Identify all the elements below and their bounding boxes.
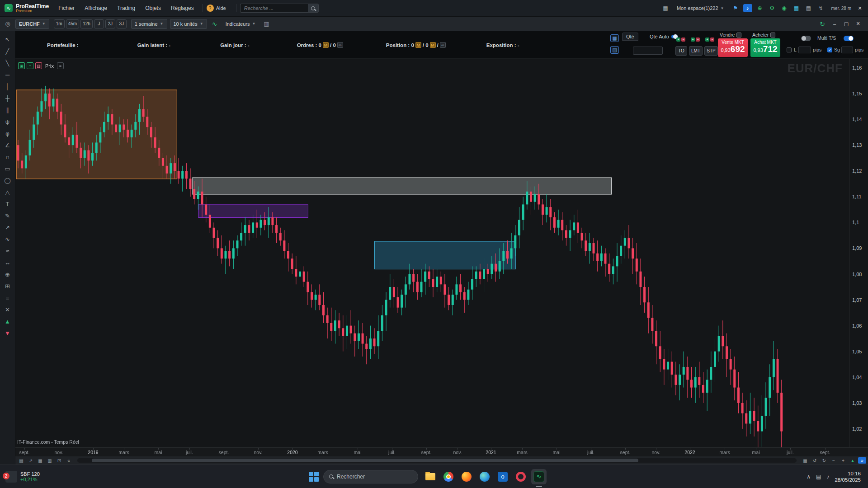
l-checkbox[interactable]	[787, 47, 792, 52]
chart-style-icon[interactable]: ∿	[210, 19, 220, 29]
timeframe-45m[interactable]: 45m	[66, 19, 79, 28]
signal-icon[interactable]: ↯	[816, 4, 826, 12]
wave-tool[interactable]: ≈	[2, 245, 14, 256]
scrollbar-thumb[interactable]	[92, 459, 638, 462]
eraser-tool[interactable]: ✕	[2, 304, 14, 315]
sell-settings-icon[interactable]	[736, 33, 741, 38]
quantity-input[interactable]	[633, 47, 663, 55]
price-axis[interactable]: 1,161,151,141,131,121,111,11,091,081,071…	[849, 59, 868, 447]
timeframe-J[interactable]: J	[94, 19, 104, 28]
menu-fichier[interactable]: Fichier	[53, 3, 80, 14]
arc-tool[interactable]: ∩	[2, 151, 14, 162]
gear-icon[interactable]: ⚙	[768, 4, 777, 12]
grid-tool[interactable]: ⊞	[2, 281, 14, 291]
fan-tool[interactable]: ∠	[2, 140, 14, 150]
candlestick-chart-canvas[interactable]	[15, 59, 849, 447]
speaker-icon[interactable]: ♪	[743, 4, 752, 12]
chart-settings-icon[interactable]: ▤	[17, 457, 25, 464]
taskbar-chrome-icon[interactable]	[441, 469, 456, 484]
flag-icon[interactable]: ⚑	[731, 4, 740, 12]
help-menu[interactable]: ? Aide	[207, 5, 226, 12]
keyboard-icon[interactable]: ▤	[804, 4, 813, 12]
search-icon[interactable]	[308, 4, 319, 13]
position-badge-icon[interactable]: M	[415, 42, 421, 48]
calendar-icon[interactable]: ▦	[801, 457, 809, 464]
rectangle-tool[interactable]: ▭	[2, 163, 14, 174]
add-panel-icon[interactable]: ▣	[18, 62, 25, 69]
buy-settings-icon[interactable]	[770, 33, 775, 38]
position-link-icon[interactable]: ∞	[440, 42, 446, 48]
fibonacci-tool[interactable]: φ	[2, 128, 14, 139]
units-selector[interactable]: 10 k unités ▼	[170, 19, 207, 29]
measure-tool[interactable]: ↔	[2, 257, 14, 268]
chart-scrollbar[interactable]	[77, 458, 797, 463]
zoom-out-icon[interactable]: −	[830, 457, 838, 464]
time-axis[interactable]: sept.nov.2019marsmaijuil.sept.nov.2020ma…	[15, 447, 868, 456]
cross-tool[interactable]: ┼	[2, 93, 14, 103]
scroll-left-icon[interactable]: «	[65, 457, 73, 464]
taskbar-prorealtime-icon[interactable]: ∿	[531, 469, 547, 484]
sg-checkbox[interactable]: ✓	[827, 47, 832, 52]
sell-marker-tool[interactable]: ▼	[2, 328, 14, 338]
indicators-selector[interactable]: Indicateurs ▼	[222, 19, 259, 29]
ellipse-tool[interactable]: ◯	[2, 175, 14, 186]
segment-tool[interactable]: ╲	[2, 57, 14, 68]
order-lmt-button[interactable]: LMT	[689, 46, 703, 56]
sg-input[interactable]	[841, 47, 853, 53]
channel-tool[interactable]: ∥	[2, 104, 14, 115]
add-indicator-icon[interactable]: ＋	[27, 62, 33, 69]
maximize-icon[interactable]: ▢	[842, 20, 851, 28]
panel-toggle[interactable]	[801, 36, 811, 41]
taskbar-explorer-icon[interactable]	[423, 469, 438, 484]
eco-icon[interactable]: ◉	[780, 4, 789, 12]
close-window-icon[interactable]: ✕	[854, 20, 863, 28]
taskbar-opera-icon[interactable]	[513, 469, 528, 484]
timeframe-3J[interactable]: 3J	[117, 19, 127, 28]
keyboard-shortcut-icon[interactable]: ▤	[610, 46, 619, 54]
buy-market-button[interactable]: Achat MKT 0,93712	[750, 38, 780, 57]
auto-scale-icon[interactable]: ▲	[849, 457, 857, 464]
timeframe-2J[interactable]: 2J	[105, 19, 115, 28]
taskbar-firefox-icon[interactable]	[459, 469, 474, 484]
l-input[interactable]	[798, 47, 811, 53]
timeframe-1m[interactable]: 1m	[54, 19, 65, 28]
orders-badge-icon[interactable]: M	[323, 42, 329, 48]
menu-affichage[interactable]: Affichage	[80, 3, 112, 14]
instrument-selector[interactable]: EURCHF ▼	[15, 19, 49, 29]
pitchfork-tool[interactable]: ψ	[2, 116, 14, 127]
tray-clock[interactable]: 10:16 28/05/2025	[835, 470, 861, 483]
zigzag-tool[interactable]: ∿	[2, 234, 14, 244]
close-icon[interactable]: ✕	[855, 4, 864, 12]
timeframe-12h[interactable]: 12h	[80, 19, 93, 28]
share-icon[interactable]: ↗	[27, 457, 35, 464]
zoom-in-icon[interactable]: +	[839, 457, 847, 464]
workspace-selector[interactable]: Mon espace(1)222 ▼	[674, 4, 727, 12]
scroll-right-icon[interactable]: »	[858, 457, 866, 464]
stats-tool[interactable]: ≡	[2, 292, 14, 303]
tray-volume-icon[interactable]: ♪	[826, 474, 829, 480]
menu-trading[interactable]: Trading	[112, 3, 140, 14]
windows-start-icon[interactable]	[309, 472, 319, 482]
vertical-line-tool[interactable]: │	[2, 81, 14, 92]
pencil-tool[interactable]: ✎	[2, 210, 14, 221]
cursor-tool[interactable]: ↖	[2, 34, 14, 45]
horizontal-line-tool[interactable]: ─	[2, 69, 14, 80]
panel-info-icon[interactable]: ▥	[261, 19, 271, 29]
trendline-tool[interactable]: ╱	[2, 46, 14, 56]
menu-réglages[interactable]: Réglages	[166, 3, 199, 14]
text-tool[interactable]: T	[2, 198, 14, 209]
multi-ts-toggle[interactable]	[844, 36, 854, 41]
magnet-tool[interactable]: ⊕	[2, 269, 14, 280]
snapshot-icon[interactable]: ⊡	[55, 457, 63, 464]
add-user-icon[interactable]: ⊕	[755, 4, 764, 12]
calculator-icon[interactable]: ▦	[610, 34, 619, 42]
buy-marker-tool[interactable]: ▲	[2, 316, 14, 327]
position-badge-icon-2[interactable]: M	[430, 42, 436, 48]
modules-icon[interactable]: ▦	[792, 4, 801, 12]
price-style-icon[interactable]: ▥	[35, 62, 42, 69]
order-stp-button[interactable]: STP	[704, 46, 718, 56]
panel-menu-icon[interactable]: ≡	[57, 62, 64, 69]
taskbar-search[interactable]: Rechercher	[323, 470, 418, 483]
period-selector[interactable]: 1 semaine ▼	[131, 19, 167, 29]
redo-icon[interactable]: ↻	[820, 457, 828, 464]
